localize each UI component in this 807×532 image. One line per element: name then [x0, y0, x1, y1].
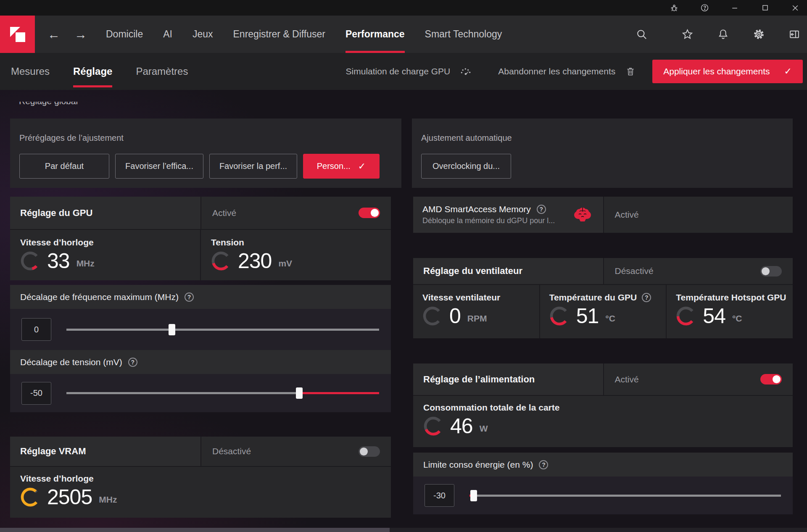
- auto-tuning-label: Ajustement automatique: [421, 133, 783, 143]
- performance-subnav: Mesures Réglage Paramètres Simulation de…: [0, 53, 807, 90]
- power-limit-slider-row: -30: [413, 477, 793, 514]
- fan-speed-gauge-icon: [422, 306, 443, 326]
- voltage-offset-slider[interactable]: [66, 387, 379, 399]
- forward-icon[interactable]: →: [73, 27, 88, 42]
- fan-speed-metric: Vitesse ventilateur 0 RPM: [413, 285, 539, 338]
- tab-mesures[interactable]: Mesures: [11, 53, 50, 90]
- gpu-clock-metric: Vitesse d’horloge 33 MHz: [10, 230, 200, 280]
- vram-clock-metric: Vitesse d’horloge 2505 MHz: [10, 466, 391, 518]
- fan-tuning-toggle[interactable]: [760, 266, 782, 277]
- close-icon[interactable]: [790, 3, 801, 13]
- help-icon[interactable]: ?: [539, 460, 548, 469]
- apply-changes-label: Appliquer les changements: [663, 66, 770, 76]
- freq-offset-row: Décalage de fréquence maximum (MHz) ?: [10, 285, 391, 309]
- freq-offset-slider[interactable]: [66, 324, 379, 336]
- horizontal-scrollbar[interactable]: [0, 528, 807, 532]
- help-icon[interactable]: ?: [185, 292, 194, 302]
- speedometer-icon[interactable]: [459, 66, 472, 77]
- check-icon: ✓: [358, 161, 366, 172]
- gpu-tuning-toggle[interactable]: [359, 208, 380, 218]
- amd-logo[interactable]: [0, 16, 35, 53]
- power-limit-input[interactable]: -30: [425, 484, 454, 507]
- help-icon[interactable]: ?: [642, 293, 651, 302]
- vram-clock-gauge-icon: [20, 487, 40, 507]
- presets-row: Préréglages de l’ajustement Par défaut F…: [10, 119, 793, 188]
- freq-offset-slider-row: 0: [10, 309, 391, 350]
- power-limit-row: Limite conso énergie (en %) ?: [413, 453, 793, 477]
- fan-card-title: Réglage du ventilateur: [423, 266, 522, 277]
- gpu-voltage-metric: Tension 230 mV: [200, 230, 391, 280]
- trash-icon[interactable]: [625, 66, 636, 77]
- favorites-star-icon[interactable]: [681, 29, 693, 40]
- tab-reglage[interactable]: Réglage: [73, 53, 112, 90]
- slider-handle[interactable]: [470, 490, 477, 501]
- board-power-metric: Consommation totale de la carte 46 W: [413, 395, 793, 447]
- power-tuning-toggle[interactable]: [760, 374, 782, 385]
- slider-handle[interactable]: [169, 324, 175, 335]
- main-nav: ← → Domicile AI Jeux Enregistrer & Diffu…: [0, 16, 807, 53]
- help-icon[interactable]: ?: [128, 358, 137, 367]
- nav-item-record-stream[interactable]: Enregistrer & Diffuser: [233, 16, 325, 53]
- power-limit-slider[interactable]: [469, 490, 781, 502]
- fan-card-status: Désactivé: [615, 266, 654, 276]
- apply-changes-button[interactable]: Appliquer les changements ✓: [652, 60, 803, 83]
- sam-subtitle: Débloque la mémoire du dGPU pour l...: [422, 216, 573, 225]
- preset-custom-button[interactable]: Person...✓: [303, 154, 380, 179]
- help-icon[interactable]: ?: [537, 205, 546, 214]
- slider-track: [66, 329, 379, 331]
- preset-efficiency-button[interactable]: Favoriser l’effica...: [115, 154, 203, 179]
- power-card-title: Réglage de l’alimentation: [423, 374, 535, 385]
- vram-tuning-card: Réglage VRAM Désactivé Vitesse d’horloge…: [10, 437, 391, 518]
- slider-handle[interactable]: [296, 387, 303, 399]
- amd-adrenalin-window: ← → Domicile AI Jeux Enregistrer & Diffu…: [0, 0, 807, 532]
- discard-changes-label[interactable]: Abandonner les changements: [498, 66, 615, 76]
- voltage-offset-slider-row: -50: [10, 374, 391, 412]
- back-icon[interactable]: ←: [46, 27, 61, 42]
- gpu-load-sim-label[interactable]: Simulation de charge GPU: [346, 66, 451, 76]
- subnav-actions: Simulation de charge GPU Abandonner les …: [346, 60, 807, 83]
- overlay-panel-icon[interactable]: [789, 29, 800, 40]
- slider-fill: [299, 392, 379, 394]
- tuning-content: Réglage global Préréglages de l’ajusteme…: [0, 102, 807, 518]
- gpu-temp-metric: Température du GPU? 51 °C: [539, 285, 666, 338]
- titlebar: [0, 0, 807, 16]
- settings-gear-icon[interactable]: [753, 29, 765, 40]
- vram-tuning-toggle[interactable]: [359, 446, 380, 457]
- tuning-presets-panel: Préréglages de l’ajustement Par défaut F…: [10, 119, 401, 188]
- notifications-bell-icon[interactable]: [717, 29, 729, 40]
- gpu-temp-gauge-icon: [549, 306, 570, 326]
- check-icon: ✓: [784, 66, 792, 77]
- vram-card-title: Réglage VRAM: [20, 446, 86, 457]
- search-icon[interactable]: [636, 29, 647, 40]
- gpu-card-title: Réglage du GPU: [20, 208, 92, 219]
- nav-item-smart-technology[interactable]: Smart Technology: [425, 16, 502, 53]
- hotspot-temp-gauge-icon: [676, 306, 696, 326]
- overclock-gpu-button[interactable]: Overclocking du...: [421, 154, 511, 179]
- gpu-card-status: Activé: [212, 208, 236, 218]
- board-power-gauge-icon: [423, 416, 443, 436]
- preset-default-button[interactable]: Par défaut: [19, 154, 109, 179]
- tab-parametres[interactable]: Paramètres: [136, 53, 188, 90]
- maximize-icon[interactable]: [760, 3, 770, 13]
- brain-icon: [573, 206, 592, 223]
- clipped-section-heading: Réglage global: [19, 102, 95, 108]
- help-icon[interactable]: [699, 3, 710, 13]
- nav-item-ai[interactable]: AI: [163, 16, 172, 53]
- sam-title: AMD SmartAccess Memory: [422, 204, 531, 214]
- nav-item-performance[interactable]: Performance: [345, 16, 405, 53]
- freq-offset-input[interactable]: 0: [21, 318, 51, 341]
- voltage-offset-input[interactable]: -50: [21, 382, 51, 405]
- nav-icons: [636, 16, 807, 53]
- hotspot-temp-metric: Température Hotspot GPU 54 °C: [666, 285, 793, 338]
- bug-report-icon[interactable]: [669, 3, 680, 13]
- power-card-status: Activé: [615, 374, 639, 385]
- minimize-icon[interactable]: [729, 3, 740, 13]
- gpu-clock-gauge-icon: [20, 251, 40, 271]
- nav-item-domicile[interactable]: Domicile: [106, 16, 143, 53]
- nav-item-jeux[interactable]: Jeux: [193, 16, 213, 53]
- presets-label: Préréglages de l’ajustement: [19, 133, 392, 143]
- nav-items: Domicile AI Jeux Enregistrer & Diffuser …: [106, 16, 502, 53]
- scrollbar-thumb[interactable]: [0, 528, 390, 532]
- slider-track: [469, 495, 781, 497]
- preset-performance-button[interactable]: Favoriser la perf...: [209, 154, 297, 179]
